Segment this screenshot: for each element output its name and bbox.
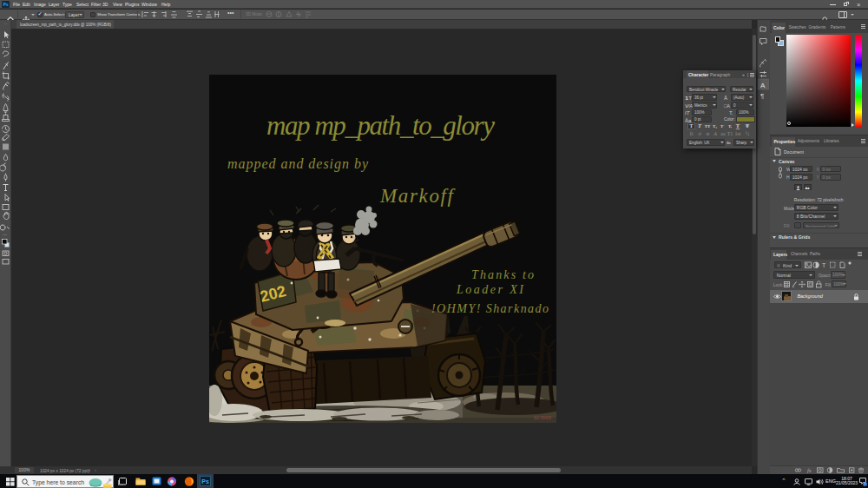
svg-text:T,: T, [729, 110, 733, 115]
svg-text:T´: T´ [720, 124, 725, 129]
svg-text:map mp_path_to_glory: map mp_path_to_glory [266, 110, 495, 141]
svg-text:Thanks to: Thanks to [471, 268, 534, 281]
svg-text:½: ½ [746, 131, 750, 136]
svg-text:ơ: ơ [698, 131, 701, 136]
svg-text:𝟭T: 𝟭T [685, 96, 692, 101]
svg-text:...: ... [3, 231, 7, 236]
svg-text:T: T [689, 122, 694, 129]
svg-text:fi: fi [690, 131, 694, 136]
svg-text:T: T [746, 122, 750, 129]
svg-text:T,: T, [728, 124, 733, 129]
svg-text:A: A [760, 82, 766, 89]
svg-text:SU 39425: SU 39425 [534, 416, 552, 420]
svg-text:T: T [736, 122, 740, 129]
svg-text:¶: ¶ [760, 92, 764, 100]
svg-text:!OHMY! Sharknado: !OHMY! Sharknado [431, 302, 549, 315]
svg-text:1st: 1st [734, 131, 740, 136]
svg-text:T1: T1 [727, 131, 733, 136]
svg-text:IT: IT [685, 110, 691, 115]
svg-text:st: st [706, 131, 709, 136]
svg-text:Loader XI: Loader XI [456, 283, 524, 296]
svg-text:Markoff: Markoff [379, 185, 457, 207]
svg-text:aa: aa [720, 131, 726, 136]
svg-text:TT: TT [705, 124, 711, 129]
svg-text:Â: Â [724, 96, 727, 101]
svg-text:fx: fx [807, 467, 812, 473]
svg-text:mapped and design by: mapped and design by [227, 156, 369, 172]
svg-text:T₁: T₁ [713, 124, 717, 129]
svg-text:T: T [698, 122, 702, 129]
svg-text:T: T [822, 262, 826, 268]
svg-text:A: A [713, 131, 717, 136]
